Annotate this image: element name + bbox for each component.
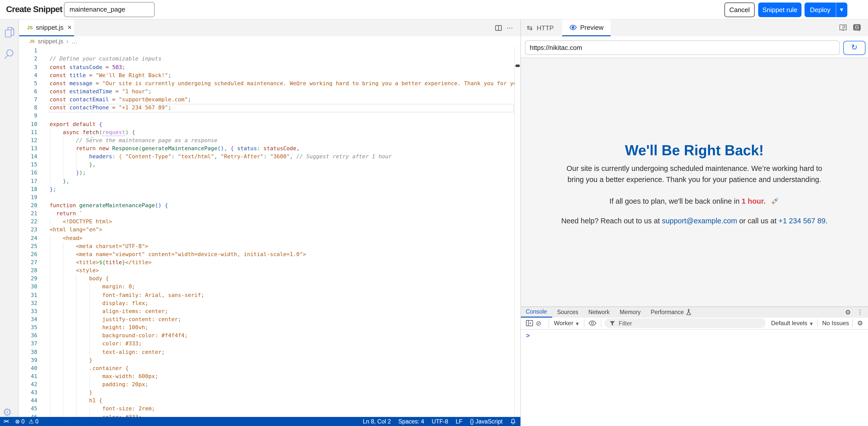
code-line-27[interactable]: 27<title>${title}</title> [19, 259, 520, 267]
console-filter-input[interactable]: Filter [604, 319, 766, 328]
code-line-10[interactable]: 10export default { [19, 120, 520, 128]
code-line-36[interactable]: 36background-color: #f4f4f4; [19, 332, 520, 340]
breadcrumb-more[interactable]: … [71, 38, 77, 45]
breadcrumb[interactable]: JS snippet.js › … [19, 36, 520, 47]
statusbar-item[interactable]: Spaces: 4 [399, 419, 424, 425]
indent-guide [63, 389, 76, 397]
code-line-19[interactable]: 19 [19, 194, 520, 202]
code-line-13[interactable]: 13return new Response(generateMaintenanc… [19, 145, 520, 153]
line-number: 25 [19, 242, 37, 250]
code-line-4[interactable]: 4const title = "We'll Be Right Back!"; [19, 71, 520, 79]
code-line-9[interactable]: 9 [19, 112, 520, 120]
code-line-18[interactable]: 18}; [19, 185, 520, 193]
devtools-tab-performance[interactable]: Performance [646, 307, 696, 317]
code-line-12[interactable]: 12// Serve the maintenance page as a res… [19, 137, 520, 145]
split-editor-icon[interactable] [495, 25, 501, 31]
code-line-30[interactable]: 30margin: 0; [19, 283, 520, 291]
code-line-31[interactable]: 31font-family: Arial, sans-serif; [19, 291, 520, 299]
code-line-22[interactable]: 22<!DOCTYPE html> [19, 218, 520, 226]
remote-indicator-icon[interactable]: >< [3, 419, 8, 424]
code-line-25[interactable]: 25<meta charset="UTF-8"> [19, 242, 520, 250]
devtools-tab-memory[interactable]: Memory [615, 307, 646, 317]
code-line-39[interactable]: 39} [19, 356, 520, 364]
filter-placeholder: Filter [619, 320, 632, 327]
code-line-43[interactable]: 43} [19, 389, 520, 397]
code-editor[interactable]: 12// Define your customizable inputs3con… [19, 47, 520, 417]
code-line-28[interactable]: 28<style> [19, 267, 520, 275]
url-input[interactable] [525, 40, 840, 55]
devtools-kebab-icon[interactable]: ⋮ [857, 309, 863, 316]
code-line-11[interactable]: 11async fetch(request) { [19, 128, 520, 136]
snippet-rule-button[interactable]: Snippet rule [758, 2, 802, 17]
editor-scrollbar-thumb[interactable] [515, 64, 520, 67]
statusbar-item[interactable]: LF [456, 419, 462, 425]
code-line-14[interactable]: 14headers: { "Content-Type": "text/html"… [19, 153, 520, 161]
code-line-15[interactable]: 15}, [19, 161, 520, 169]
code-line-17[interactable]: 17}, [19, 177, 520, 185]
statusbar-item[interactable]: UTF-8 [432, 419, 448, 425]
editor-more-actions-icon[interactable]: ⋯ [506, 24, 513, 32]
code-line-3[interactable]: 3const statusCode = 503; [19, 63, 520, 71]
devtools-tab-console[interactable]: Console [521, 307, 552, 317]
code-line-29[interactable]: 29body { [19, 275, 520, 283]
code-line-1[interactable]: 1 [19, 47, 520, 55]
code-line-38[interactable]: 38text-align: center; [19, 348, 520, 356]
console-clear-icon[interactable]: ⊘ [536, 319, 541, 328]
code-line-20[interactable]: 20function generateMaintenancePage() { [19, 202, 520, 210]
devtools-tab-sources[interactable]: Sources [552, 307, 583, 317]
console-context-selector[interactable]: Worker▼ [554, 320, 579, 327]
code-line-37[interactable]: 37color: #333; [19, 340, 520, 348]
code-line-16[interactable]: 16}); [19, 169, 520, 177]
tab-snippet-js[interactable]: JS snippet.js × [19, 20, 74, 36]
code-token [128, 129, 132, 135]
tab-http[interactable]: ⇆ HTTP [527, 20, 554, 36]
code-line-2[interactable]: 2// Define your customizable inputs [19, 55, 520, 63]
devtools-settings-gear-icon[interactable]: ⚙ [845, 309, 851, 316]
devtools-tab-network[interactable]: Network [583, 307, 615, 317]
cancel-button[interactable]: Cancel [724, 2, 755, 17]
statusbar-item[interactable]: {} JavaScript [470, 419, 502, 425]
code-line-34[interactable]: 34justify-content: center; [19, 316, 520, 324]
refresh-button[interactable]: ↻ [843, 40, 865, 55]
statusbar-item[interactable]: Ln 8, Col 2 [363, 419, 391, 425]
tab-preview[interactable]: Preview [562, 20, 610, 36]
code-line-7[interactable]: 7const contactEmail = "support@example.c… [19, 96, 520, 104]
console-settings-gear-icon[interactable]: ⚙ [857, 320, 863, 327]
console-prompt-chevron[interactable]: > [526, 332, 530, 339]
files-icon[interactable] [3, 26, 16, 38]
code-line-35[interactable]: 35height: 100vh; [19, 324, 520, 332]
console-sidebar-icon[interactable] [526, 320, 533, 327]
code-token: , [290, 153, 293, 160]
code-line-42[interactable]: 42padding: 20px; [19, 380, 520, 389]
preview-email-link[interactable]: support@example.com [662, 217, 737, 225]
discord-icon[interactable] [853, 24, 861, 32]
code-line-40[interactable]: 40.container { [19, 365, 520, 373]
code-token: message [69, 80, 92, 87]
errors-indicator[interactable]: ⊗0 ⚠0 [15, 418, 38, 425]
editor-scrollbar[interactable] [514, 47, 520, 417]
code-line-24[interactable]: 24<head> [19, 234, 520, 242]
deploy-caret-icon[interactable]: ▼ [836, 7, 847, 12]
code-line-21[interactable]: 21 return ` [19, 210, 520, 218]
snippet-name-input[interactable] [64, 2, 155, 17]
code-line-5[interactable]: 5const message = "Our site is currently … [19, 80, 520, 88]
default-levels-dropdown[interactable]: Default levels▼ [771, 320, 813, 327]
code-line-8[interactable]: 8const contactPhone = "+1 234 567 89"; [19, 104, 520, 112]
code-line-44[interactable]: 44h1 { [19, 397, 520, 405]
code-line-6[interactable]: 6const estimatedTime = "1 hour"; [19, 88, 520, 96]
code-line-46[interactable]: 46color: #333; [19, 413, 520, 417]
code-line-26[interactable]: 26<meta name="viewport" content="width=d… [19, 251, 520, 259]
code-line-23[interactable]: 23<html lang="en"> [19, 226, 520, 234]
tab-close-icon[interactable]: × [67, 24, 71, 31]
code-line-41[interactable]: 41max-width: 600px; [19, 373, 520, 380]
breadcrumb-file[interactable]: snippet.js [38, 38, 63, 45]
code-line-33[interactable]: 33align-items: center; [19, 308, 520, 316]
code-line-45[interactable]: 45font-size: 2rem; [19, 405, 520, 413]
docs-book-icon[interactable] [839, 24, 847, 31]
search-icon[interactable] [3, 48, 15, 60]
live-expression-eye-icon[interactable] [588, 321, 596, 326]
bell-icon[interactable] [510, 419, 516, 425]
code-line-32[interactable]: 32display: flex; [19, 299, 520, 307]
deploy-button[interactable]: Deploy ▼ [805, 2, 847, 17]
preview-phone-link[interactable]: +1 234 567 89 [779, 217, 826, 225]
